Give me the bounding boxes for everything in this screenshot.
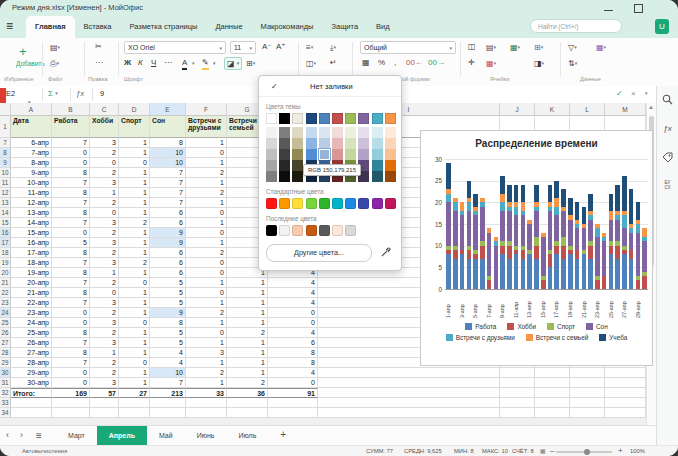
tint-color-swatch[interactable] — [385, 127, 396, 138]
empty-cell[interactable] — [570, 378, 605, 388]
autocalc-label[interactable]: Автовычисления — [22, 448, 67, 454]
pivot-button[interactable]: ▦▾ — [596, 42, 606, 53]
row-header-18[interactable]: 18 — [0, 248, 11, 258]
tint-color-swatch[interactable] — [266, 160, 277, 171]
tint-color-swatch[interactable] — [306, 149, 317, 160]
empty-cell[interactable] — [52, 408, 90, 418]
font-color-chevron[interactable]: ▾ — [192, 58, 195, 69]
empty-cell[interactable] — [186, 398, 227, 408]
sheet-tab-Июнь[interactable]: Июнь — [185, 426, 227, 446]
theme-color-swatch[interactable] — [279, 113, 290, 124]
value-cell[interactable]: 5 — [52, 238, 90, 248]
value-cell[interactable]: 1 — [186, 298, 227, 308]
tint-color-swatch[interactable] — [345, 149, 356, 160]
value-cell[interactable]: 1 — [227, 288, 268, 298]
save-button[interactable]: ▤▾ — [50, 42, 60, 53]
theme-color-swatch[interactable] — [319, 113, 330, 124]
value-cell[interactable]: 1 — [227, 298, 268, 308]
empty-cell[interactable] — [535, 388, 570, 398]
font-color-button[interactable]: А — [182, 58, 187, 70]
value-cell[interactable]: 3 — [90, 178, 119, 188]
tint-color-swatch[interactable] — [358, 149, 369, 160]
tint-color-swatch[interactable] — [292, 160, 303, 171]
value-cell[interactable]: 1 — [119, 188, 150, 198]
standard-color-swatch[interactable] — [292, 198, 303, 209]
row-header-33[interactable]: 33 — [0, 398, 11, 408]
value-cell[interactable]: 1 — [186, 278, 227, 288]
value-cell[interactable]: 1 — [119, 138, 150, 148]
row-header-16[interactable]: 16 — [0, 228, 11, 238]
value-cell[interactable]: 1 — [90, 188, 119, 198]
value-cell[interactable]: 6 — [150, 208, 186, 218]
empty-cell[interactable] — [500, 408, 535, 418]
empty-cell[interactable] — [500, 378, 535, 388]
value-cell[interactable]: 10 — [150, 368, 186, 378]
row-header-25[interactable]: 25 — [0, 318, 11, 328]
value-cell[interactable]: 8 — [268, 348, 318, 358]
empty-cell[interactable] — [535, 368, 570, 378]
highlight-color-button[interactable]: ✎ — [202, 58, 209, 70]
value-cell[interactable]: 4 — [268, 298, 318, 308]
value-cell[interactable]: 1 — [119, 168, 150, 178]
recent-color-swatch[interactable] — [319, 225, 330, 236]
empty-cell[interactable] — [90, 408, 119, 418]
value-cell[interactable]: 3 — [90, 258, 119, 268]
column-header-D[interactable]: D — [119, 103, 150, 116]
date-cell[interactable]: 13-апр — [11, 208, 52, 218]
tint-color-swatch[interactable] — [292, 127, 303, 138]
tint-color-swatch[interactable] — [332, 149, 343, 160]
row-header-30[interactable]: 30 — [0, 368, 11, 378]
date-cell[interactable]: 21-апр — [11, 288, 52, 298]
wrap-text-button[interactable]: ↵ — [330, 58, 337, 68]
resize-cells-button[interactable]: ✛ — [468, 58, 475, 68]
filter-button[interactable]: ▽▾ — [568, 42, 577, 53]
theme-color-swatch[interactable] — [306, 113, 317, 124]
value-cell[interactable]: 2 — [90, 228, 119, 238]
value-cell[interactable]: 4 — [268, 368, 318, 378]
empty-cell[interactable] — [605, 398, 646, 408]
standard-color-swatch[interactable] — [306, 198, 317, 209]
tint-color-swatch[interactable] — [385, 171, 396, 182]
header-cell[interactable]: Сон — [150, 116, 186, 138]
totals-value-cell[interactable]: 27 — [119, 388, 150, 398]
value-cell[interactable]: 2 — [186, 188, 227, 198]
value-cell[interactable]: 0 — [268, 378, 318, 388]
value-cell[interactable]: 1 — [186, 218, 227, 228]
number-format-select[interactable]: Общий ▾ — [360, 41, 456, 54]
value-cell[interactable]: 3 — [90, 138, 119, 148]
standard-color-swatch[interactable] — [266, 198, 277, 209]
empty-cell[interactable] — [119, 408, 150, 418]
tint-color-swatch[interactable] — [279, 160, 290, 171]
value-cell[interactable]: 1 — [227, 308, 268, 318]
value-cell[interactable]: 7 — [150, 178, 186, 188]
standard-color-swatch[interactable] — [372, 198, 383, 209]
menu-tab-Вид[interactable]: Вид — [367, 16, 399, 38]
tint-color-swatch[interactable] — [345, 127, 356, 138]
value-cell[interactable]: 0 — [90, 158, 119, 168]
date-cell[interactable]: 16-апр — [11, 238, 52, 248]
value-cell[interactable]: 1 — [186, 238, 227, 248]
zoom-out-button[interactable]: – — [550, 446, 554, 455]
theme-color-swatch[interactable] — [332, 113, 343, 124]
sheet-list-icon[interactable]: ≡ — [36, 430, 42, 441]
row-header-23[interactable]: 23 — [0, 298, 11, 308]
no-fill-option[interactable]: ✓ Нет заливки — [259, 76, 401, 97]
row-header-12[interactable]: 12 — [0, 188, 11, 198]
date-cell[interactable]: 11-апр — [11, 188, 52, 198]
value-cell[interactable]: 3 — [90, 218, 119, 228]
tint-color-swatch[interactable] — [266, 171, 277, 182]
value-cell[interactable]: 2 — [119, 218, 150, 228]
value-cell[interactable]: 1 — [227, 278, 268, 288]
value-cell[interactable]: 6 — [150, 248, 186, 258]
value-cell[interactable]: 0 — [52, 228, 90, 238]
value-cell[interactable]: 1 — [119, 348, 150, 358]
bold-button[interactable]: Ж — [124, 58, 131, 68]
empty-cell[interactable] — [11, 408, 52, 418]
header-cell[interactable]: Спорт — [119, 116, 150, 138]
theme-color-swatch[interactable] — [292, 113, 303, 124]
value-cell[interactable]: 0 — [119, 278, 150, 288]
value-cell[interactable]: 5 — [150, 338, 186, 348]
value-cell[interactable]: 1 — [186, 338, 227, 348]
value-cell[interactable]: 0 — [52, 148, 90, 158]
standard-color-swatch[interactable] — [345, 198, 356, 209]
